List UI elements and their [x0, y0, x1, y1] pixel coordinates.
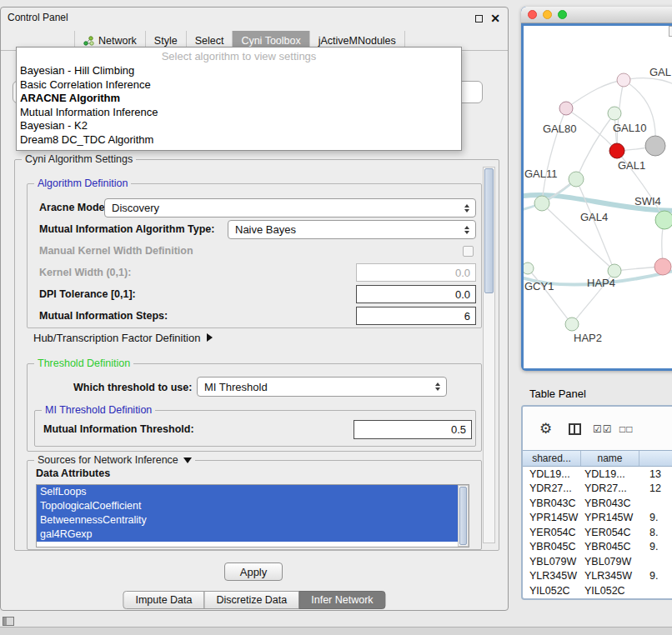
table-row[interactable]: YDL19...YDL19...13 — [523, 467, 672, 482]
mi-steps-field[interactable] — [356, 307, 476, 325]
tab-label: Network — [98, 35, 137, 47]
table-row[interactable]: YBL079WYBL079W — [523, 554, 672, 569]
select-none-icon[interactable]: □□ — [619, 423, 634, 435]
algorithm-option-basic-correlation-inference[interactable]: Basic Correlation Inference — [17, 78, 461, 92]
tab-label: Select — [195, 35, 224, 47]
graph-node[interactable] — [655, 211, 672, 229]
close-icon[interactable]: ✕ — [490, 14, 500, 22]
network-icon — [83, 36, 94, 46]
node-label-swi4: SWI4 — [634, 195, 661, 208]
column-selector-icon[interactable] — [569, 423, 581, 435]
algorithm-option-mutual-information-inference[interactable]: Mutual Information Inference — [17, 106, 461, 120]
threshold-definition-title: Threshold Definition — [34, 358, 133, 369]
hub-definition-toggle[interactable]: Hub/Transcription Factor Definition — [33, 332, 213, 344]
table-cell: YER054C — [581, 527, 639, 538]
attribute-item-gal4rgexp[interactable]: gal4RGexp — [37, 528, 458, 542]
algorithm-option-dream8-dc-tdc-algorithm[interactable]: Dream8 DC_TDC Algorithm — [17, 133, 461, 148]
window-titlebar: Control Panel ✕ — [1, 8, 508, 28]
sources-group-toggle[interactable]: Sources for Network Inference — [34, 454, 195, 466]
algorithm-option-aracne-algorithm[interactable]: ARACNE Algorithm — [17, 92, 461, 106]
settings-scrollbar[interactable] — [483, 167, 495, 543]
which-threshold-label: Which threshold to use: — [73, 382, 192, 393]
bottom-tab-impute-data[interactable]: Impute Data — [123, 591, 204, 609]
table-cell: YDR27... — [523, 482, 581, 494]
mi-threshold-group: MI Threshold Definition Mutual Informati… — [34, 410, 476, 447]
table-row[interactable]: YBR045CYBR045C9. — [523, 540, 672, 555]
attribute-item-betweennesscentrality[interactable]: BetweennessCentrality — [37, 513, 458, 528]
graph-node[interactable] — [534, 196, 549, 211]
combobox-arrows-icon — [464, 226, 469, 234]
attribute-item-topologicalcoefficient[interactable]: TopologicalCoefficient — [37, 499, 458, 513]
node-label-gal10: GAL10 — [613, 122, 646, 134]
node-label-gal1: GAL1 — [618, 159, 645, 172]
list-scrollbar-thumb[interactable] — [459, 487, 467, 545]
minimize-traffic-light-icon[interactable] — [543, 10, 552, 19]
network-graph[interactable]: GALGAL80GAL10GAL11GAL1SWI4GAL4GCY1HAP4HA… — [524, 26, 672, 368]
graph-node[interactable] — [565, 318, 579, 331]
data-attributes-list[interactable]: SelfLoopsTopologicalCoefficientBetweenne… — [36, 484, 469, 548]
list-scrollbar[interactable] — [458, 485, 469, 547]
manual-kernel-checkbox[interactable] — [463, 246, 474, 257]
sources-group: Sources for Network Inference Data Attri… — [27, 460, 482, 550]
table-cell: YIL052C — [581, 585, 639, 597]
table-cell: YDL19... — [523, 468, 581, 480]
node-label-hap4: HAP4 — [587, 277, 615, 289]
node-label-gal4: GAL4 — [580, 211, 608, 223]
window-title: Control Panel — [8, 12, 68, 23]
which-threshold-combobox[interactable]: MI Threshold — [197, 377, 447, 397]
graph-node[interactable] — [524, 262, 534, 274]
network-window-titlebar[interactable] — [521, 7, 672, 23]
column-header-shared[interactable]: shared... — [523, 451, 581, 466]
tab-label: Style — [154, 35, 178, 47]
network-canvas[interactable]: GALGAL80GAL10GAL11GAL1SWI4GAL4GCY1HAP4HA… — [524, 26, 672, 368]
table-cell: YDL19... — [581, 468, 639, 480]
table-row[interactable]: YER054CYER054C8. — [523, 525, 672, 540]
table-cell: YBR043C — [523, 498, 581, 509]
mi-threshold-field[interactable] — [354, 420, 472, 439]
dpi-tolerance-field[interactable] — [356, 285, 476, 303]
birdseye-toggle-icon[interactable] — [669, 26, 672, 37]
table-cell: 9. — [639, 512, 672, 523]
graph-node[interactable] — [608, 107, 621, 120]
data-attributes-items: SelfLoopsTopologicalCoefficientBetweenne… — [37, 485, 458, 542]
table-row[interactable]: YBR043CYBR043C — [523, 496, 672, 511]
graph-node[interactable] — [608, 264, 621, 278]
kernel-width-field[interactable] — [356, 263, 476, 282]
graph-node[interactable] — [645, 136, 665, 156]
algorithm-option-bayesian-k2[interactable]: Bayesian - K2 — [17, 119, 461, 133]
table-row[interactable]: YLR345WYLR345W9. — [523, 569, 672, 584]
close-traffic-light-icon[interactable] — [528, 10, 537, 19]
float-window-icon[interactable] — [475, 15, 483, 22]
table-cell: 8. — [639, 527, 672, 538]
graph-edge — [576, 113, 614, 179]
table-cell: 9. — [639, 570, 672, 582]
graph-node[interactable] — [617, 73, 630, 87]
graph-node[interactable] — [559, 102, 573, 115]
settings-scrollbar-thumb[interactable] — [484, 168, 494, 293]
attribute-item-selfloops[interactable]: SelfLoops — [37, 485, 458, 499]
mi-algorithm-type-value: Naive Bayes — [235, 223, 296, 236]
table-cell: YER054C — [523, 527, 581, 538]
table-row[interactable]: YPR145WYPR145W9. — [523, 511, 672, 526]
graph-node[interactable] — [569, 172, 584, 187]
select-all-icon[interactable]: ☑☑ — [593, 423, 613, 435]
bottom-tab-discretize-data[interactable]: Discretize Data — [204, 591, 300, 609]
apply-button[interactable]: Apply — [224, 562, 283, 581]
column-header-name[interactable]: name — [581, 451, 639, 466]
table-row[interactable]: YDR27...YDR27...12 — [523, 482, 672, 497]
data-attributes-label: Data Attributes — [36, 468, 110, 479]
table-row[interactable]: YIL052CYIL052C — [523, 583, 672, 598]
gear-icon[interactable]: ⚙ — [539, 420, 552, 438]
graph-node[interactable] — [609, 143, 624, 158]
graph-node[interactable] — [654, 258, 671, 275]
mi-algorithm-type-combobox[interactable]: Naive Bayes — [228, 220, 476, 239]
column-header-extra[interactable] — [639, 451, 672, 466]
zoom-traffic-light-icon[interactable] — [558, 10, 567, 19]
aracne-mode-combobox[interactable]: Discovery — [104, 198, 476, 218]
table-cell: 12 — [639, 482, 672, 494]
bottom-tab-infer-network[interactable]: Infer Network — [298, 591, 385, 609]
combobox-arrows-icon — [435, 382, 440, 391]
panel-toggle-icon[interactable] — [3, 617, 14, 626]
table-panel-title: Table Panel — [529, 388, 586, 400]
algorithm-option-bayesian-hill-climbing[interactable]: Bayesian - Hill Climbing — [17, 64, 461, 78]
